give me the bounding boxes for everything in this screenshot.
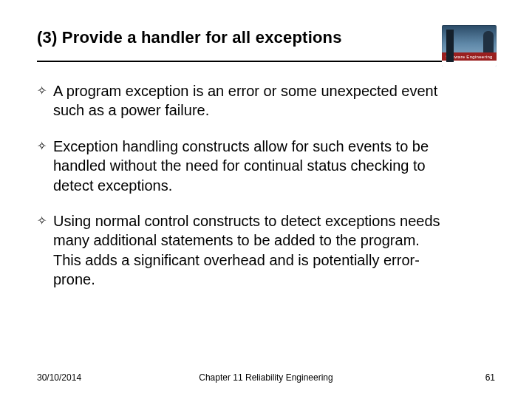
logo-band: Software Engineering (442, 52, 497, 61)
bullet-symbol: ✧ (37, 81, 53, 100)
bullet-text: A program exception is an error or some … (53, 81, 451, 120)
bullet-item: ✧ Using normal control constructs to det… (37, 211, 451, 290)
bullet-text: Using normal control constructs to detec… (53, 211, 451, 290)
book-cover-logo: Software Engineering (442, 25, 497, 66)
slide: Software Engineering (3) Provide a handl… (0, 0, 532, 399)
bullet-text: Exception handling constructs allow for … (53, 137, 451, 195)
bullet-item: ✧ A program exception is an error or som… (37, 81, 451, 120)
bullet-symbol: ✧ (37, 211, 53, 231)
slide-title: (3) Provide a handler for all exceptions (37, 28, 495, 47)
title-divider (37, 61, 495, 62)
logo-band-text: Software Engineering (446, 55, 492, 59)
bullet-item: ✧ Exception handling constructs allow fo… (37, 137, 451, 195)
slide-footer: 30/10/2014 Chapter 11 Reliability Engine… (37, 372, 495, 383)
bullet-symbol: ✧ (37, 137, 53, 156)
logo-subtext (442, 61, 497, 66)
slide-body: ✧ A program exception is an error or som… (37, 81, 495, 290)
footer-center: Chapter 11 Reliability Engineering (37, 372, 495, 383)
